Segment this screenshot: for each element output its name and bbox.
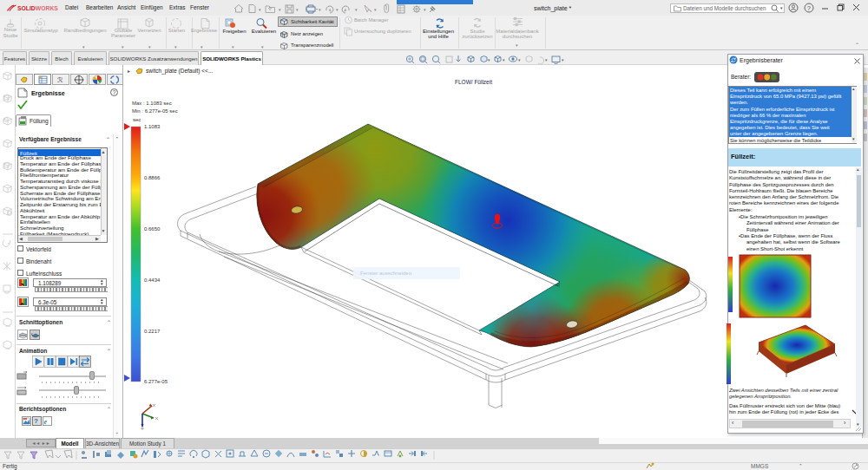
svg-text:?: ?: [807, 4, 811, 12]
svg-text:▾: ▾: [355, 7, 358, 12]
svg-text:Fenster ausschneiden: Fenster ausschneiden: [360, 271, 411, 276]
svg-text:▾: ▾: [319, 7, 321, 12]
svg-text:▾: ▾: [259, 7, 261, 12]
svg-text:▾: ▾: [279, 7, 281, 12]
svg-text:▾: ▾: [518, 57, 521, 62]
svg-text:SOLIDWORKS: SOLIDWORKS: [17, 5, 58, 11]
svg-text:▾: ▾: [488, 57, 490, 62]
svg-text:▾: ▾: [374, 7, 377, 12]
svg-text:ℛ: ℛ: [57, 76, 63, 84]
svg-text:▾: ▾: [336, 7, 339, 12]
svg-text:▾: ▾: [545, 57, 548, 62]
svg-text:▾: ▾: [424, 7, 426, 12]
svg-text:▾: ▾: [296, 7, 299, 12]
svg-text:▾: ▾: [503, 57, 505, 62]
svg-text:▾: ▾: [562, 57, 564, 62]
